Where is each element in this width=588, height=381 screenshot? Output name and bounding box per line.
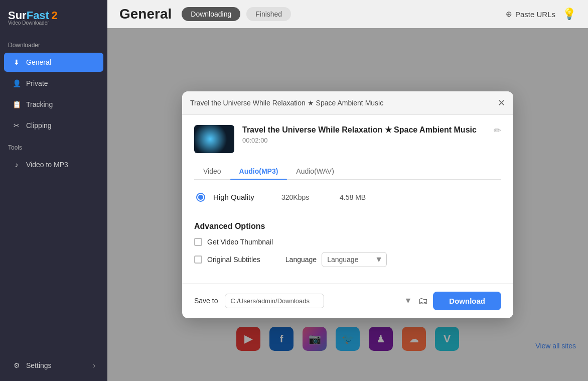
modal-header: Travel the Universe While Relaxation ★ S… xyxy=(182,91,513,115)
topbar-right: ⊕ Paste URLs 💡 xyxy=(506,8,576,21)
media-thumbnail xyxy=(194,125,234,153)
paste-urls-label: Paste URLs xyxy=(515,10,555,19)
thumbnail-checkbox[interactable] xyxy=(194,238,202,246)
sidebar-item-video-to-mp3[interactable]: ♪ Video to MP3 xyxy=(4,155,103,174)
radio-inner-dot xyxy=(198,195,203,200)
media-title: Travel the Universe While Relaxation ★ S… xyxy=(242,125,486,135)
advanced-options-section: Advanced Options Get Video Thumbnail Ori… xyxy=(194,222,501,267)
tab-video[interactable]: Video xyxy=(194,163,230,179)
tracking-icon: 📋 xyxy=(12,100,21,109)
music-icon: ♪ xyxy=(12,160,21,169)
downloader-section-label: Downloader xyxy=(0,36,107,52)
topbar: General Downloading Finished ⊕ Paste URL… xyxy=(107,0,588,28)
quality-label-high: High Quality xyxy=(213,193,273,201)
save-path-select[interactable]: C:/Users/admin/Downloads xyxy=(225,294,324,308)
logo-text: SurFast 2 Video Downloader xyxy=(8,9,58,26)
radio-high-quality[interactable] xyxy=(196,193,205,202)
sidebar: SurFast 2 Video Downloader Downloader ⬇ … xyxy=(0,0,107,381)
sidebar-item-clipping[interactable]: ✂ Clipping xyxy=(4,116,103,135)
subtitles-option-row: Original Subtitles Language Language ▼ xyxy=(194,252,501,267)
sidebar-item-label: Clipping xyxy=(26,121,52,130)
paste-icon: ⊕ xyxy=(506,10,512,19)
sidebar-item-private[interactable]: 👤 Private xyxy=(4,74,103,93)
main-content: ▶ f 📷 🐦 ♟ ☁ V View all sites Travel the … xyxy=(107,28,588,381)
tab-downloading[interactable]: Downloading xyxy=(182,7,240,21)
download-button[interactable]: Download xyxy=(433,292,501,310)
format-tabs: Video Audio(MP3) Audio(WAV) xyxy=(194,163,501,180)
person-icon: 👤 xyxy=(12,79,21,88)
modal-overlay: Travel the Universe While Relaxation ★ S… xyxy=(107,28,588,381)
thumbnail-label: Get Video Thumbnail xyxy=(207,238,273,246)
sidebar-item-label: Tracking xyxy=(26,100,53,108)
modal-footer: Save to C:/Users/admin/Downloads ▼ 🗂 Dow… xyxy=(182,283,513,318)
logo-2: 2 xyxy=(51,9,57,22)
sidebar-item-label: Private xyxy=(26,79,48,87)
download-icon: ⬇ xyxy=(12,58,21,67)
subtitles-checkbox[interactable] xyxy=(194,256,202,264)
download-modal: Travel the Universe While Relaxation ★ S… xyxy=(182,91,513,318)
thumbnail-image xyxy=(194,125,234,153)
sidebar-item-label: Video to MP3 xyxy=(26,161,68,169)
tab-audio-mp3[interactable]: Audio(MP3) xyxy=(230,163,287,179)
modal-header-title: Travel the Universe While Relaxation ★ S… xyxy=(190,99,383,107)
sidebar-item-tracking[interactable]: 📋 Tracking xyxy=(4,95,103,114)
media-duration: 00:02:00 xyxy=(242,137,486,144)
modal-body: Travel the Universe While Relaxation ★ S… xyxy=(182,115,513,283)
chevron-right-icon: › xyxy=(93,361,95,369)
settings-label: Settings xyxy=(26,361,52,369)
quality-row-high: High Quality 320Kbps 4.58 MB xyxy=(194,188,501,207)
save-to-label: Save to xyxy=(194,297,218,305)
thumbnail-option-row: Get Video Thumbnail xyxy=(194,238,501,246)
tab-finished[interactable]: Finished xyxy=(246,7,291,21)
sidebar-item-general[interactable]: ⬇ General xyxy=(4,53,103,72)
language-row: Language Language ▼ xyxy=(285,252,387,267)
clipping-icon: ✂ xyxy=(12,121,21,130)
page-title: General xyxy=(119,6,172,22)
bulb-icon[interactable]: 💡 xyxy=(562,8,576,21)
tab-audio-wav[interactable]: Audio(WAV) xyxy=(287,163,343,179)
quality-size-high: 4.58 MB xyxy=(340,193,366,201)
sidebar-bottom: ⚙ Settings › xyxy=(0,350,107,381)
sidebar-item-settings[interactable]: ⚙ Settings › xyxy=(4,356,103,375)
logo-subtitle: Video Downloader xyxy=(8,20,58,26)
quality-bitrate-high: 320Kbps xyxy=(281,193,332,201)
edit-button[interactable]: ✏ xyxy=(494,125,501,136)
subtitles-label: Original Subtitles xyxy=(207,256,260,264)
language-select[interactable]: Language xyxy=(322,252,387,267)
gear-icon: ⚙ xyxy=(12,361,21,370)
advanced-title: Advanced Options xyxy=(194,222,501,231)
app-logo: SurFast 2 Video Downloader xyxy=(0,0,107,36)
media-info: Travel the Universe While Relaxation ★ S… xyxy=(194,125,501,153)
save-path-area: C:/Users/admin/Downloads ▼ 🗂 xyxy=(225,294,428,308)
language-label: Language xyxy=(285,256,317,264)
modal-close-button[interactable]: ✕ xyxy=(498,97,505,108)
paste-urls-button[interactable]: ⊕ Paste URLs xyxy=(506,10,555,19)
tools-section-label: Tools xyxy=(0,136,107,154)
sidebar-item-label: General xyxy=(26,58,51,66)
browse-folder-button[interactable]: 🗂 xyxy=(418,295,428,307)
main-area: ♥ PRO — □ ✕ General Downloading Finished… xyxy=(107,0,588,381)
media-metadata: Travel the Universe While Relaxation ★ S… xyxy=(242,125,486,144)
